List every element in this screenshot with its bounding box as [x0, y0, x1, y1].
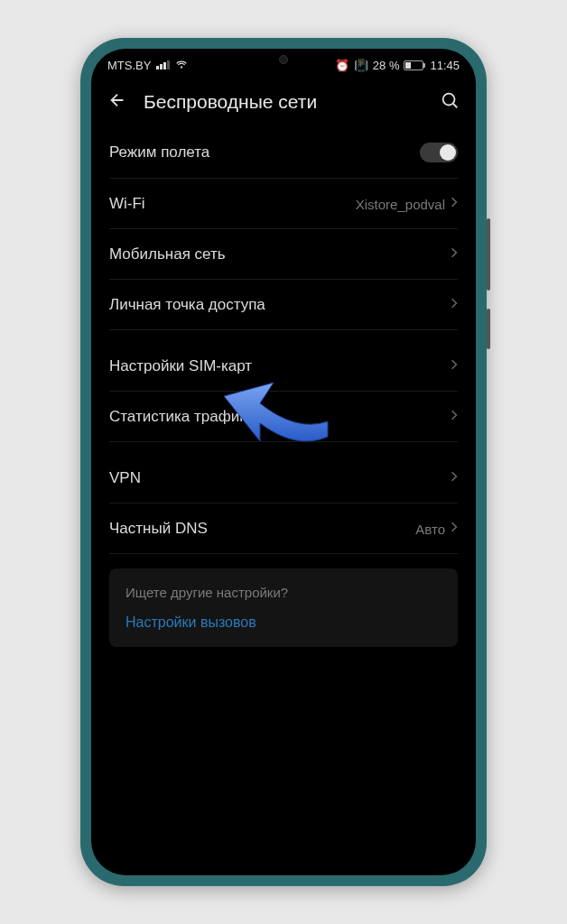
airplane-mode-row[interactable]: Режим полета — [91, 126, 476, 179]
chevron-right-icon — [451, 521, 458, 537]
battery-icon — [404, 60, 425, 70]
hint-box: Ищете другие настройки? Настройки вызово… — [109, 568, 458, 647]
carrier-label: MTS.BY — [107, 59, 151, 72]
power-button — [487, 309, 490, 349]
wifi-value: Xistore_podval — [356, 197, 445, 212]
app-header: Беспроводные сети — [91, 78, 476, 126]
wifi-icon — [175, 58, 188, 73]
clock: 11:45 — [430, 59, 460, 72]
notch — [247, 49, 320, 70]
phone-frame: MTS.BY ⏰ 📳 28 % 11:45 Беспро — [80, 38, 487, 886]
alarm-icon: ⏰ — [335, 59, 349, 72]
page-title: Беспроводные сети — [144, 91, 423, 113]
chevron-right-icon — [451, 196, 458, 212]
wifi-label: Wi-Fi — [109, 195, 145, 213]
dns-label: Частный DNS — [109, 520, 208, 538]
traffic-label: Статистика трафика — [109, 408, 255, 426]
chevron-right-icon — [451, 470, 458, 486]
chevron-right-icon — [451, 409, 458, 425]
vpn-row[interactable]: VPN — [91, 453, 476, 504]
vpn-label: VPN — [109, 469, 141, 487]
battery-percent: 28 % — [373, 59, 400, 72]
hotspot-label: Личная точка доступа — [109, 296, 265, 314]
back-button[interactable] — [107, 90, 127, 114]
traffic-stats-row[interactable]: Статистика трафика — [91, 392, 476, 442]
dns-value: Авто — [415, 522, 445, 537]
airplane-label: Режим полета — [109, 143, 209, 162]
wifi-row[interactable]: Wi-Fi Xistore_podval — [91, 179, 476, 229]
front-camera — [279, 55, 288, 64]
sim-settings-row[interactable]: Настройки SIM-карт — [91, 341, 476, 392]
sim-label: Настройки SIM-карт — [109, 357, 252, 375]
signal-icon — [156, 60, 170, 69]
private-dns-row[interactable]: Частный DNS Авто — [91, 504, 476, 554]
airplane-toggle[interactable] — [420, 143, 458, 162]
chevron-right-icon — [451, 246, 458, 263]
vibrate-icon: 📳 — [354, 59, 368, 72]
volume-button — [487, 218, 490, 291]
hint-title: Ищете другие настройки? — [125, 585, 442, 600]
chevron-right-icon — [451, 297, 458, 313]
hint-link[interactable]: Настройки вызовов — [125, 614, 442, 631]
chevron-right-icon — [451, 358, 458, 374]
mobile-network-row[interactable]: Мобильная сеть — [91, 229, 476, 280]
screen: MTS.BY ⏰ 📳 28 % 11:45 Беспро — [91, 49, 476, 875]
search-button[interactable] — [440, 90, 460, 114]
svg-point-0 — [443, 94, 455, 106]
mobile-label: Мобильная сеть — [109, 245, 226, 263]
hotspot-row[interactable]: Личная точка доступа — [91, 280, 476, 330]
